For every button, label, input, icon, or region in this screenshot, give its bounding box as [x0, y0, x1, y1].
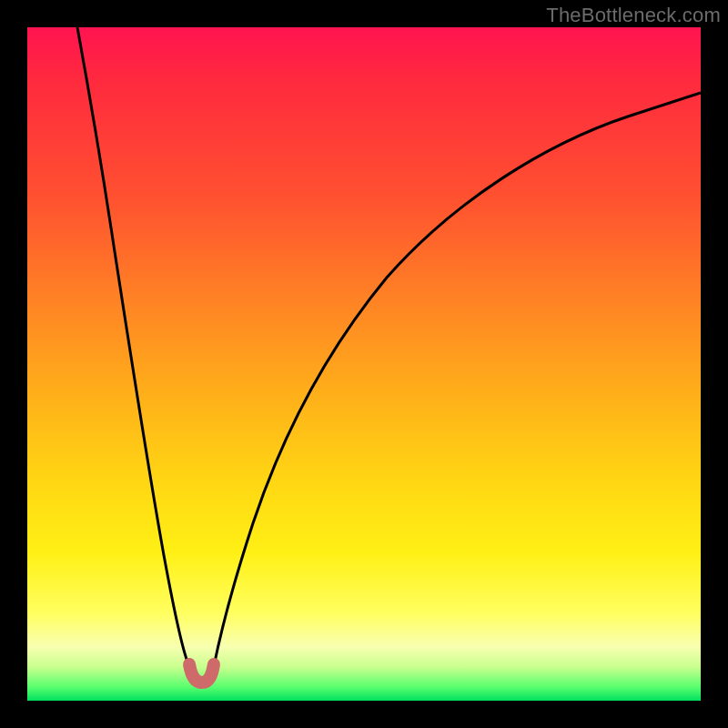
- chart-svg: [27, 27, 701, 701]
- valley-marker: [189, 664, 214, 682]
- curve-left-branch: [77, 27, 189, 666]
- curve-right-branch: [214, 93, 701, 666]
- chart-frame: TheBottleneck.com: [0, 0, 728, 728]
- watermark-text: TheBottleneck.com: [546, 4, 721, 27]
- chart-plot-area: [27, 27, 701, 701]
